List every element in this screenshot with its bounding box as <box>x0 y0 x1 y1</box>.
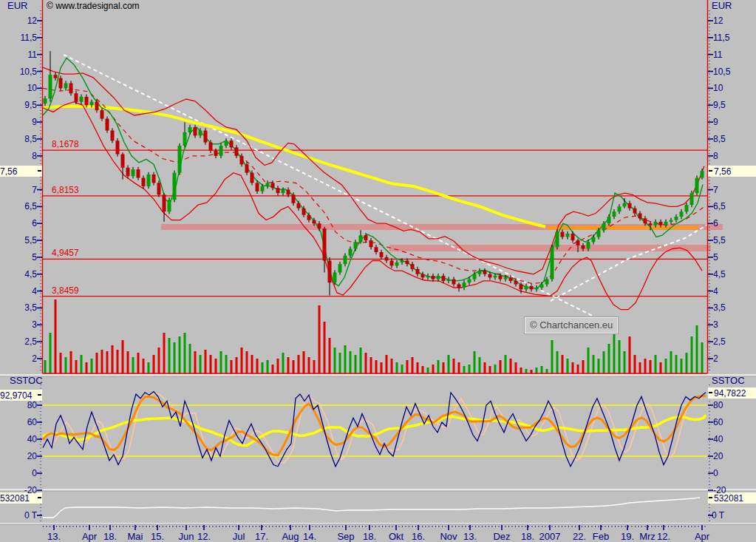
sstoc-tick-icon <box>709 392 712 393</box>
candle-body <box>690 193 694 205</box>
volume-bar <box>50 333 52 373</box>
volume-bar <box>344 345 347 373</box>
candle-body <box>421 274 425 278</box>
x-axis-label: 16. <box>412 532 425 542</box>
volume-bar <box>163 333 166 373</box>
volume-bar <box>153 355 155 373</box>
y-axis-label-left: 3,5 <box>0 302 37 313</box>
volume-bar <box>675 355 678 373</box>
volume-bar <box>531 370 533 373</box>
x-axis-label: 18. <box>363 532 376 542</box>
volume-bar <box>603 351 605 373</box>
y-axis-label-right: 4,5 <box>713 269 726 280</box>
candle-body <box>478 271 482 274</box>
x-axis-label: Apr <box>695 532 709 542</box>
candle-body <box>571 234 575 240</box>
left-axis-currency-label: EUR <box>7 1 27 11</box>
candle-body <box>551 247 554 279</box>
volume-bar <box>137 353 140 373</box>
x-axis-label: Mai <box>128 532 143 542</box>
current-price-highlight-right: 7,56 <box>708 166 756 177</box>
volume-bar <box>65 357 67 373</box>
volume-bar <box>246 351 248 373</box>
sstoc-d-line <box>43 396 706 455</box>
candle-body <box>276 188 280 193</box>
candle-body <box>452 280 456 285</box>
volume-bar <box>205 350 207 373</box>
candle-body <box>54 75 58 78</box>
volume-bar <box>505 355 507 373</box>
candle-body <box>701 171 704 178</box>
volume-bar <box>644 359 647 373</box>
y-axis-label-right: 5 <box>713 252 718 262</box>
candle-body <box>287 190 290 195</box>
candle-body <box>188 127 192 132</box>
price-level-label: 4,9457 <box>52 248 79 258</box>
candle-body <box>406 260 409 264</box>
volume-bar <box>112 345 114 373</box>
candle-body <box>390 260 394 265</box>
volume-bar <box>701 342 704 373</box>
x-axis-label: Sep <box>337 532 354 542</box>
candle-body <box>416 269 420 274</box>
candle-body <box>147 175 151 186</box>
x-axis-label: Dez <box>493 532 510 542</box>
sstoc-slow-line <box>43 415 706 445</box>
sstoc-axis-label-right: 40 <box>713 434 723 444</box>
y-axis-label-right: 11 <box>713 50 722 60</box>
volume-bar <box>231 360 233 373</box>
volume-bar <box>350 351 352 373</box>
turnover-tick-icon <box>38 497 41 498</box>
volume-bar <box>437 360 440 373</box>
x-axis-label: 18. <box>103 532 117 542</box>
volume-bar <box>681 359 683 373</box>
candle-body <box>540 284 544 288</box>
candle-body <box>385 257 389 261</box>
volume-bar <box>194 351 197 373</box>
candle-body <box>432 276 435 280</box>
volume-bar <box>567 359 569 373</box>
turnover-tick-icon <box>709 497 712 498</box>
sstoc-value-left: 92,9704 <box>0 390 36 401</box>
candle-body <box>514 281 518 285</box>
sstoc-axis-label-left: 0 <box>0 468 37 478</box>
candle-body <box>266 183 270 186</box>
candle-body <box>447 280 451 281</box>
candle-body <box>344 256 347 264</box>
x-axis-label: Mrz <box>639 532 655 542</box>
volume-bar <box>582 360 585 373</box>
sstoc-value-highlight-left: 92,9704 <box>0 390 42 401</box>
volume-bar <box>629 336 631 373</box>
y-axis-label-right: 11,5 <box>713 33 729 43</box>
candle-body <box>680 211 684 217</box>
volume-bar <box>256 359 259 373</box>
candle-body <box>426 276 430 277</box>
candle-body <box>530 286 534 290</box>
right-axis-currency-label: EUR <box>712 1 732 11</box>
x-axis-label: Nov <box>440 532 457 542</box>
current-price-label-left: 7,56 <box>0 166 36 177</box>
tradesignal-copyright: © www.tradesignal.com <box>47 1 140 11</box>
candle-body <box>525 286 528 290</box>
x-axis-label: 12. <box>657 532 670 542</box>
volume-bar <box>670 351 672 373</box>
volume-bar <box>225 355 228 373</box>
volume-bar <box>122 340 124 373</box>
volume-bar <box>525 369 528 373</box>
candle-body <box>69 84 73 94</box>
downtrend-line <box>64 55 607 323</box>
candle-body <box>59 78 63 89</box>
candle-body <box>75 93 78 101</box>
volume-bar <box>458 362 460 373</box>
candle-body <box>307 215 311 220</box>
y-axis-label-left: 6 <box>0 218 37 228</box>
y-axis-label-right: 9,5 <box>713 100 726 110</box>
y-axis-label-right: 4 <box>713 286 718 297</box>
candle-body <box>111 131 115 141</box>
candle-body <box>520 284 523 289</box>
candle-body <box>395 262 399 266</box>
volume-bar <box>215 359 217 373</box>
x-axis-label: Jun <box>179 532 194 542</box>
volume-bar <box>432 365 435 373</box>
candle-body <box>157 183 161 194</box>
